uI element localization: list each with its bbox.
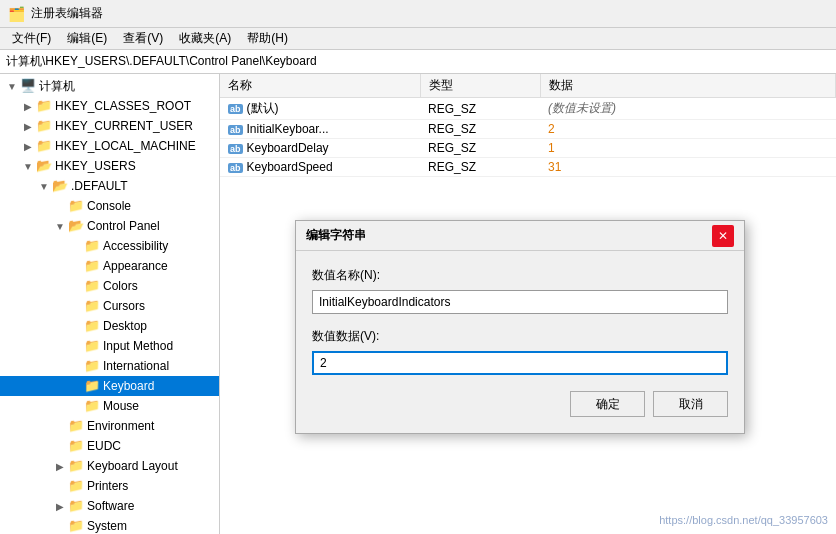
tree-item-eudc[interactable]: ▶ 📁 EUDC [0, 436, 219, 456]
dialog-data-input[interactable] [312, 351, 728, 375]
tree-item-hkcr[interactable]: ▶ 📁 HKEY_CLASSES_ROOT [0, 96, 219, 116]
tree-item-mouse[interactable]: ▶ 📁 Mouse [0, 396, 219, 416]
table-row[interactable]: abKeyboardDelay REG_SZ 1 [220, 139, 836, 158]
appearance-icon: 📁 [84, 258, 100, 274]
row3-type: REG_SZ [420, 158, 540, 177]
tree-item-keyboard-layout[interactable]: ▶ 📁 Keyboard Layout [0, 456, 219, 476]
computer-icon: 🖥️ [20, 78, 36, 94]
menu-edit[interactable]: 编辑(E) [59, 28, 115, 49]
tree-item-printers[interactable]: ▶ 📁 Printers [0, 476, 219, 496]
accessibility-label: Accessibility [103, 239, 168, 253]
tree-item-control-panel[interactable]: ▼ 📂 Control Panel [0, 216, 219, 236]
tree-item-environment[interactable]: ▶ 📁 Environment [0, 416, 219, 436]
expand-default[interactable]: ▼ [36, 178, 52, 194]
row2-name: abKeyboardDelay [220, 139, 420, 158]
desktop-icon: 📁 [84, 318, 100, 334]
expand-hku[interactable]: ▼ [20, 158, 36, 174]
expand-hklm[interactable]: ▶ [20, 138, 36, 154]
menu-bar: 文件(F) 编辑(E) 查看(V) 收藏夹(A) 帮助(H) [0, 28, 836, 50]
tree-item-system[interactable]: ▶ 📁 System [0, 516, 219, 534]
console-icon: 📁 [68, 198, 84, 214]
tree-item-desktop[interactable]: ▶ 📁 Desktop [0, 316, 219, 336]
printers-label: Printers [87, 479, 128, 493]
tree-item-hkcu[interactable]: ▶ 📁 HKEY_CURRENT_USER [0, 116, 219, 136]
expand-eudc: ▶ [52, 438, 68, 454]
expand-keyboard-layout[interactable]: ▶ [52, 458, 68, 474]
keyboard-layout-label: Keyboard Layout [87, 459, 178, 473]
expand-hkcu[interactable]: ▶ [20, 118, 36, 134]
appearance-label: Appearance [103, 259, 168, 273]
tree-item-software[interactable]: ▶ 📁 Software [0, 496, 219, 516]
expand-environment: ▶ [52, 418, 68, 434]
edit-dialog: 编辑字符串 ✕ 数值名称(N): 数值数据(V): 确定 取消 [295, 220, 745, 434]
tree-item-cursors[interactable]: ▶ 📁 Cursors [0, 296, 219, 316]
input-method-icon: 📁 [84, 338, 100, 354]
eudc-label: EUDC [87, 439, 121, 453]
dialog-close-button[interactable]: ✕ [712, 225, 734, 247]
expand-colors: ▶ [68, 278, 84, 294]
tree-item-accessibility[interactable]: ▶ 📁 Accessibility [0, 236, 219, 256]
tree-item-hku[interactable]: ▼ 📂 HKEY_USERS [0, 156, 219, 176]
console-label: Console [87, 199, 131, 213]
computer-label: 计算机 [39, 78, 75, 95]
expand-cursors: ▶ [68, 298, 84, 314]
expand-mouse: ▶ [68, 398, 84, 414]
address-text: 计算机\HKEY_USERS\.DEFAULT\Control Panel\Ke… [6, 53, 317, 70]
printers-icon: 📁 [68, 478, 84, 494]
expand-appearance: ▶ [68, 258, 84, 274]
address-bar: 计算机\HKEY_USERS\.DEFAULT\Control Panel\Ke… [0, 50, 836, 74]
tree-item-keyboard[interactable]: ▶ 📁 Keyboard [0, 376, 219, 396]
row3-data: 31 [540, 158, 836, 177]
dialog-body: 数值名称(N): 数值数据(V): 确定 取消 [296, 251, 744, 433]
tree-item-appearance[interactable]: ▶ 📁 Appearance [0, 256, 219, 276]
eudc-icon: 📁 [68, 438, 84, 454]
table-row[interactable]: abInitialKeyboar... REG_SZ 2 [220, 120, 836, 139]
dialog-title-bar: 编辑字符串 ✕ [296, 221, 744, 251]
system-icon: 📁 [68, 518, 84, 534]
expand-keyboard: ▶ [68, 378, 84, 394]
table-row[interactable]: abKeyboardSpeed REG_SZ 31 [220, 158, 836, 177]
expand-computer[interactable]: ▼ [4, 78, 20, 94]
menu-help[interactable]: 帮助(H) [239, 28, 296, 49]
dialog-cancel-button[interactable]: 取消 [653, 391, 728, 417]
row2-data: 1 [540, 139, 836, 158]
control-panel-label: Control Panel [87, 219, 160, 233]
hkcr-icon: 📁 [36, 98, 52, 114]
dialog-title: 编辑字符串 [306, 227, 366, 244]
software-icon: 📁 [68, 498, 84, 514]
dialog-ok-button[interactable]: 确定 [570, 391, 645, 417]
hklm-label: HKEY_LOCAL_MACHINE [55, 139, 196, 153]
dialog-data-label: 数值数据(V): [312, 328, 728, 345]
expand-control-panel[interactable]: ▼ [52, 218, 68, 234]
international-label: International [103, 359, 169, 373]
row1-name: abInitialKeyboar... [220, 120, 420, 139]
menu-favorites[interactable]: 收藏夹(A) [171, 28, 239, 49]
menu-file[interactable]: 文件(F) [4, 28, 59, 49]
menu-view[interactable]: 查看(V) [115, 28, 171, 49]
row3-name: abKeyboardSpeed [220, 158, 420, 177]
mouse-label: Mouse [103, 399, 139, 413]
tree-item-colors[interactable]: ▶ 📁 Colors [0, 276, 219, 296]
desktop-label: Desktop [103, 319, 147, 333]
app-title: 注册表编辑器 [31, 5, 103, 22]
default-label: .DEFAULT [71, 179, 127, 193]
tree-item-international[interactable]: ▶ 📁 International [0, 356, 219, 376]
table-row[interactable]: ab(默认) REG_SZ (数值未设置) [220, 98, 836, 120]
dialog-name-label: 数值名称(N): [312, 267, 728, 284]
dialog-name-input[interactable] [312, 290, 728, 314]
tree-item-hklm[interactable]: ▶ 📁 HKEY_LOCAL_MACHINE [0, 136, 219, 156]
mouse-icon: 📁 [84, 398, 100, 414]
row0-type: REG_SZ [420, 98, 540, 120]
watermark: https://blog.csdn.net/qq_33957603 [659, 514, 828, 526]
tree-item-console[interactable]: ▶ 📁 Console [0, 196, 219, 216]
tree-item-computer[interactable]: ▼ 🖥️ 计算机 [0, 76, 219, 96]
expand-software[interactable]: ▶ [52, 498, 68, 514]
expand-system: ▶ [52, 518, 68, 534]
tree-item-input-method[interactable]: ▶ 📁 Input Method [0, 336, 219, 356]
tree-item-default[interactable]: ▼ 📂 .DEFAULT [0, 176, 219, 196]
control-panel-icon: 📂 [68, 218, 84, 234]
hkcr-label: HKEY_CLASSES_ROOT [55, 99, 191, 113]
tree-panel[interactable]: ▼ 🖥️ 计算机 ▶ 📁 HKEY_CLASSES_ROOT ▶ 📁 HKEY_… [0, 74, 220, 534]
row0-data: (数值未设置) [540, 98, 836, 120]
expand-hkcr[interactable]: ▶ [20, 98, 36, 114]
